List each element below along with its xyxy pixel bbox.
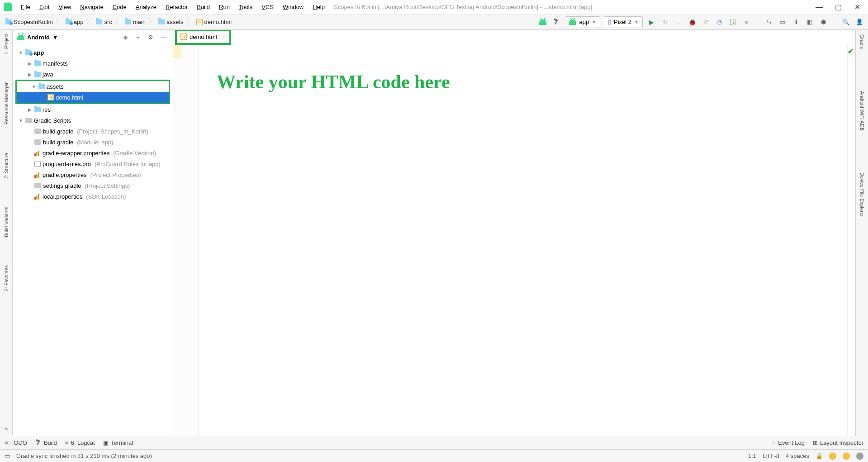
profiler-button[interactable]: ◔ [714,17,724,27]
tree-item-build-gradle[interactable]: build.gradle(Module: app) [13,137,173,148]
expand-arrow-icon[interactable]: ▶ [27,61,33,66]
menu-build[interactable]: Build [193,2,213,12]
wifi-adb-icon[interactable] [538,17,548,27]
tree-item-manifests[interactable]: ▶manifests [13,58,173,69]
menu-vcs[interactable]: VCS [258,2,277,12]
left-tool-build-variants[interactable]: Build Variants [4,205,9,239]
search-everywhere-button[interactable]: 🔍 [841,17,851,27]
cursor-position[interactable]: 1:1 [748,452,756,459]
bottom-tool-terminal[interactable]: ▣Terminal [103,439,133,446]
expand-arrow-icon[interactable]: ▶ [27,72,33,77]
readonly-lock-icon[interactable]: 🔒 [816,452,823,459]
sync-gradle-button[interactable]: ⇆ [764,17,774,27]
menu-refactor[interactable]: Refactor [162,2,191,12]
star-icon[interactable]: ★ [4,425,9,432]
menu-tools[interactable]: Tools [235,2,256,12]
tree-item-demo-html[interactable]: Hdemo.html [17,92,169,103]
breadcrumb-app[interactable]: app [64,18,85,26]
file-encoding[interactable]: UTF-8 [763,452,779,459]
project-view-selector[interactable]: Android ▼ [17,34,58,41]
menu-run[interactable]: Run [215,2,233,12]
resource-manager-button[interactable]: ◧ [805,17,815,27]
account-icon[interactable]: 👤 [854,17,864,27]
project-tree[interactable]: ▼app▶manifests▶java▼assetsHdemo.html▶res… [13,45,173,436]
settings-gear-icon[interactable]: ⚙ [146,33,156,43]
run-config-dropdown[interactable]: app ▼ [565,16,600,28]
tree-item-res[interactable]: ▶res [13,104,173,115]
line-number-gutter[interactable] [173,45,199,436]
breadcrumb-demo-html[interactable]: Hdemo.html [194,18,234,26]
menu-file[interactable]: File [17,2,34,12]
debug-button[interactable]: 🐞 [687,17,697,27]
run-button[interactable]: ▶ [646,17,656,27]
hide-panel-button[interactable]: — [158,33,168,43]
close-tab-icon[interactable]: × [223,33,226,40]
bottom-tool-event-log[interactable]: ○Event Log [772,439,804,446]
folder-icon [34,61,41,66]
tree-item-local-properties[interactable]: local.properties(SDK Location) [13,191,173,202]
minimize-button[interactable]: — [815,3,824,12]
breadcrumb-src[interactable]: src [94,18,114,26]
target-icon[interactable]: ⊕ [120,33,130,43]
bottom-tool-build[interactable]: Build [35,439,57,446]
status-bar: ▭ Gradle sync finished in 31 s 210 ms (2… [0,449,868,462]
build-hammer-icon[interactable] [551,17,561,27]
editor-error-stripe[interactable] [847,45,855,436]
menu-view[interactable]: View [55,2,75,12]
right-tool-device-file-explorer[interactable]: Device File Explorer [859,171,865,219]
sdk-manager-button[interactable]: ⬇ [791,17,801,27]
tree-item-gradle-properties[interactable]: gradle.properties(Project Properties) [13,169,173,180]
left-tool-2-favorites[interactable]: 2: Favorites [4,263,9,293]
avd-manager-button[interactable]: ▭ [778,17,787,27]
menu-analyze[interactable]: Analyze [132,2,160,12]
tree-item-app[interactable]: ▼app [13,47,173,58]
bottom-tool-todo[interactable]: ≡TODO [5,439,27,446]
inspection-ok-icon[interactable]: ✔ [848,47,854,56]
status-icon[interactable]: ▭ [5,452,10,459]
breadcrumb-main[interactable]: main [123,18,147,26]
tree-item-java[interactable]: ▶java [13,69,173,80]
breadcrumb-scopesinkotlin[interactable]: ScopesInKotlin [4,18,55,26]
sad-face-icon[interactable] [843,452,850,460]
module-folder-icon [25,50,32,55]
apply-code-button[interactable]: ≡ [674,17,683,27]
attach-debugger-button[interactable]: ⿲ [728,17,738,27]
coverage-button[interactable]: ↺ [701,17,711,27]
happy-face-icon[interactable] [829,452,836,460]
tree-item-gradle-scripts[interactable]: ▼Gradle Scripts [13,115,173,126]
stop-button[interactable]: ■ [741,17,751,27]
tree-item-proguard-rules-pro[interactable]: proguard-rules.pro(ProGuard Rules for ap… [13,158,173,169]
troubleshoot-button[interactable]: ⬢ [818,17,828,27]
expand-arrow-icon[interactable]: ▼ [18,118,24,123]
tree-item-assets[interactable]: ▼assets [17,81,169,92]
collapse-icon[interactable]: ÷ [133,33,143,43]
tree-item-gradle-wrapper-properties[interactable]: gradle-wrapper.properties(Gradle Version… [13,148,173,158]
left-tool-1-project[interactable]: 1: Project [4,32,9,56]
left-tool-7-structure[interactable]: 7: Structure [4,151,9,181]
right-tool-android-wifi-adb[interactable]: Android WiFi ADB [859,89,865,133]
expand-arrow-icon[interactable]: ▶ [27,107,33,112]
right-tool-gradle[interactable]: Gradle [859,33,865,51]
menu-code[interactable]: Code [109,2,130,12]
main-body: 1: ProjectResource Manager7: StructureBu… [0,30,868,436]
tree-item-build-gradle[interactable]: build.gradle(Project: Scopes_In_Kotlin) [13,126,173,137]
menu-edit[interactable]: Edit [36,2,53,12]
left-tool-resource-manager[interactable]: Resource Manager [4,81,9,127]
expand-arrow-icon[interactable]: ▼ [31,84,37,89]
menu-window[interactable]: Window [279,2,307,12]
device-dropdown[interactable]: ▯ Pixel 2 ▼ [604,16,643,28]
expand-arrow-icon[interactable]: ▼ [18,50,24,55]
tree-item-settings-gradle[interactable]: settings.gradle(Project Settings) [13,180,173,191]
bottom-tool-6-logcat[interactable]: ≡6: Logcat [65,439,95,446]
hat-face-icon[interactable] [856,452,863,460]
bottom-tool-layout-inspector[interactable]: ⊞Layout Inspector [813,439,863,446]
apply-changes-button[interactable]: ↻ [660,17,670,27]
close-button[interactable]: ✕ [853,3,862,12]
menu-help[interactable]: Help [309,2,328,12]
breadcrumb-assets[interactable]: assets [157,18,185,26]
indent-setting[interactable]: 4 spaces [786,452,809,459]
editor-tab-demo[interactable]: H demo.html × [177,31,229,43]
maximize-button[interactable]: ▢ [834,3,843,12]
menu-navigate[interactable]: Navigate [76,2,107,12]
editor-body[interactable]: ✔ Write your HTML code here [173,45,855,436]
